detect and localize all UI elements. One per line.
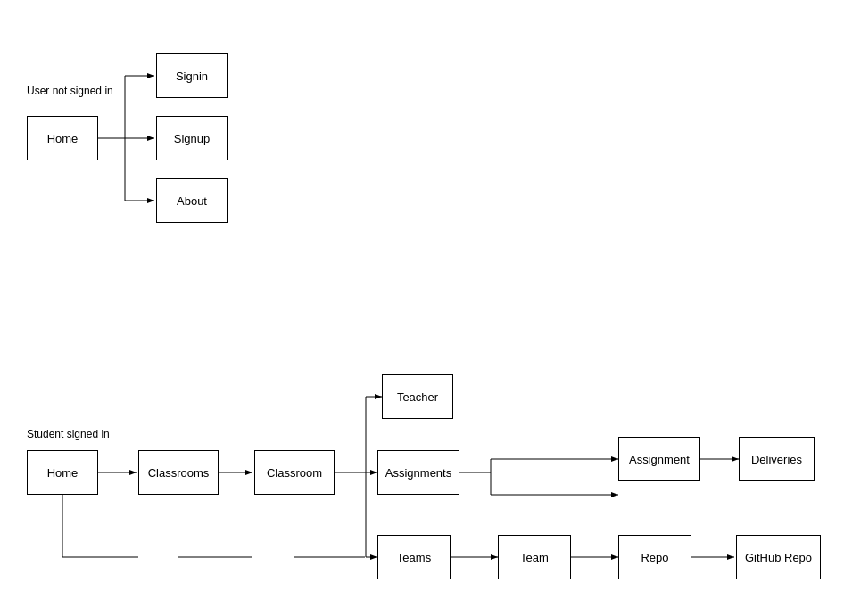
node-classrooms: Classrooms [138, 450, 219, 495]
node-assignments-label: Assignments [385, 466, 451, 480]
node-repo-label: Repo [641, 551, 668, 564]
node-teams-label: Teams [397, 551, 431, 564]
node-home2-label: Home [47, 466, 79, 480]
node-about-label: About [177, 194, 207, 208]
node-home1: Home [27, 116, 98, 160]
node-classrooms-label: Classrooms [148, 466, 210, 480]
node-assignment: Assignment [618, 437, 700, 481]
unauth-label: User not signed in [27, 85, 113, 97]
node-home1-label: Home [47, 132, 79, 145]
node-team: Team [498, 535, 571, 579]
node-githubrepo: GitHub Repo [736, 535, 821, 579]
node-repo: Repo [618, 535, 691, 579]
node-assignment-label: Assignment [629, 453, 690, 466]
node-teacher-label: Teacher [397, 390, 438, 404]
node-githubrepo-label: GitHub Repo [745, 551, 812, 564]
node-deliveries: Deliveries [739, 437, 815, 481]
node-about: About [156, 178, 228, 223]
node-signup: Signup [156, 116, 228, 160]
node-assignments: Assignments [377, 450, 459, 495]
node-signup-label: Signup [174, 132, 210, 145]
auth-label: Student signed in [27, 428, 110, 440]
node-signin: Signin [156, 53, 228, 98]
diagram-svg [0, 0, 844, 616]
node-home2: Home [27, 450, 98, 495]
node-teams: Teams [377, 535, 451, 579]
node-teacher: Teacher [382, 374, 453, 419]
node-classroom-label: Classroom [267, 466, 322, 480]
node-classroom: Classroom [254, 450, 335, 495]
node-team-label: Team [520, 551, 549, 564]
node-signin-label: Signin [176, 70, 208, 83]
node-deliveries-label: Deliveries [751, 453, 802, 466]
